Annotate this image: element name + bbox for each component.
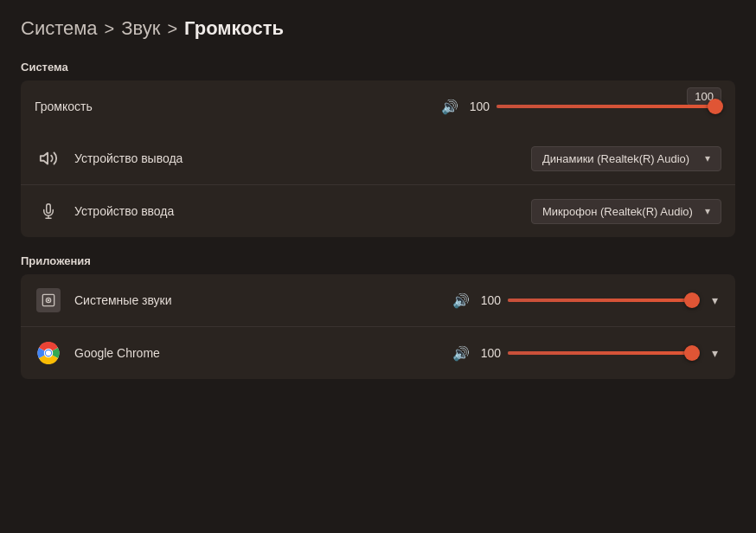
chrome-volume-icon: 🔊 (452, 345, 470, 362)
volume-icon: 🔊 (441, 99, 458, 115)
volume-slider[interactable] (497, 98, 721, 115)
chrome-icon-container (35, 339, 62, 367)
output-device-dropdown[interactable]: Динамики (Realtek(R) Audio) ▾ (531, 146, 721, 171)
volume-row: Громкость 🔊 100 (21, 80, 735, 132)
apps-card: Системные звуки 🔊 100 ▾ (21, 274, 735, 379)
chrome-volume-value: 100 (477, 346, 501, 360)
breadcrumb: Система > Звук > Громкость (21, 17, 735, 40)
breadcrumb-sep1: > (105, 19, 115, 39)
breadcrumb-sep2: > (167, 19, 177, 39)
chrome-controls: 🔊 100 ▾ (452, 343, 721, 363)
slider-track (497, 105, 721, 108)
slider-fill (497, 105, 721, 108)
breadcrumb-part3: Громкость (184, 17, 284, 40)
input-label: Устройство ввода (74, 204, 531, 218)
breadcrumb-part2: Звук (121, 17, 160, 40)
system-sounds-label: Системные звуки (74, 293, 452, 307)
sys-sounds-thumb[interactable] (684, 292, 700, 308)
input-device-value: Микрофон (Realtek(R) Audio) (542, 205, 693, 218)
svg-marker-0 (41, 153, 48, 164)
sys-sounds-volume-value: 100 (477, 293, 501, 307)
sys-sounds-slider[interactable] (508, 292, 698, 309)
chrome-slider[interactable] (508, 344, 698, 362)
chrome-expand[interactable]: ▾ (708, 343, 721, 363)
system-sounds-row: Системные звуки 🔊 100 ▾ (21, 274, 735, 327)
output-dropdown-arrow: ▾ (705, 152, 710, 164)
output-label: Устройство вывода (74, 151, 531, 165)
volume-label: Громкость (35, 100, 441, 113)
output-icon (35, 144, 62, 172)
sys-sounds-expand[interactable]: ▾ (708, 290, 721, 311)
chrome-thumb[interactable] (684, 345, 700, 361)
input-device-dropdown[interactable]: Микрофон (Realtek(R) Audio) ▾ (531, 199, 721, 224)
sys-sounds-fill (508, 299, 698, 302)
volume-control: 🔊 100 (441, 98, 721, 115)
sys-sounds-track (508, 299, 698, 302)
svg-point-5 (48, 299, 48, 300)
apps-section-title: Приложения (21, 254, 735, 267)
chrome-fill (508, 351, 698, 355)
svg-point-10 (46, 350, 51, 356)
breadcrumb-part1: Система (21, 17, 98, 40)
system-section-title: Система (21, 61, 735, 74)
output-device-row: Устройство вывода Динамики (Realtek(R) A… (21, 132, 735, 185)
system-sounds-controls: 🔊 100 ▾ (452, 290, 721, 311)
input-device-row: Устройство ввода Микрофон (Realtek(R) Au… (21, 185, 735, 237)
system-sounds-icon (35, 286, 62, 314)
chrome-label: Google Chrome (74, 346, 452, 360)
sys-sounds-volume-icon: 🔊 (452, 292, 470, 309)
input-dropdown-arrow: ▾ (705, 205, 710, 217)
chrome-row: Google Chrome 🔊 100 ▾ (21, 327, 735, 379)
output-device-value: Динамики (Realtek(R) Audio) (542, 152, 689, 165)
input-icon (35, 197, 62, 225)
chrome-track (508, 351, 698, 355)
volume-value: 100 (465, 100, 490, 113)
system-card: 100 Громкость 🔊 100 (21, 80, 735, 237)
slider-thumb[interactable] (708, 99, 723, 114)
